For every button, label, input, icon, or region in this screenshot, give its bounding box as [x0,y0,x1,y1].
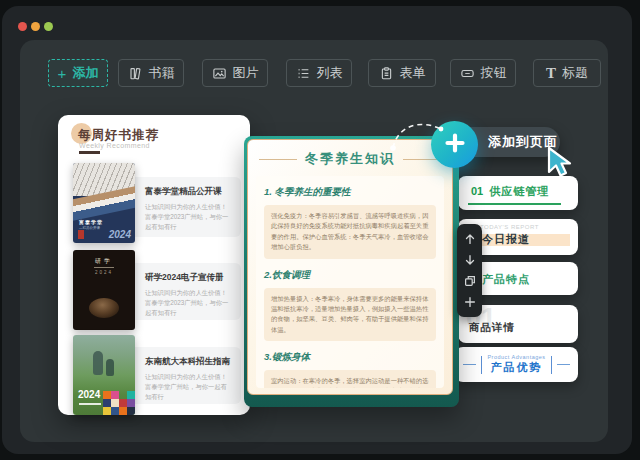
health-card-widget[interactable]: 冬季养生知识 1. 冬季养生的重要性 强化免疫力：冬季容易引发感冒、流感等呼吸道… [247,139,453,395]
form-icon [379,66,394,81]
book-cover: 富泰学堂 —精品公开课 2024 [73,163,135,243]
book-desc: 让知识回归为你的人生价值！富泰学堂2023广州站，与你一起有知有行 [145,202,233,231]
insert-button-button[interactable]: 按钮 [450,59,516,87]
button-icon [460,66,475,81]
book-panel-subtitle: Weekly Recommend [79,142,150,149]
book-desc: 让知识回归为你的人生价值！富泰学堂广州站，与你一起有知有行 [145,372,233,401]
dashed-arc-decoration [383,110,453,158]
insert-list-label: 列表 [317,64,343,82]
advantage-label: 产品优势 [487,360,545,375]
supply-number: 01 [471,185,483,197]
list-icon [296,66,311,81]
insert-image-button[interactable]: 图片 [202,59,268,87]
insert-form-button[interactable]: 表单 [368,59,436,87]
report-label: 今日报道 [482,232,530,247]
insert-title-label: 标题 [562,64,588,82]
zoom-window-button[interactable] [44,22,53,31]
supply-label: 供应链管理 [489,184,549,199]
section-heading: 1. 冬季养生的重要性 [264,186,436,199]
close-window-button[interactable] [18,22,27,31]
insert-books-button[interactable]: 书籍 [118,59,184,87]
book-cover: 研学 2024 [73,250,135,330]
health-card-body: 1. 冬季养生的重要性 强化免疫力：冬季容易引发感冒、流感等呼吸道疾病，因此保持… [256,176,444,388]
insert-books-label: 书籍 [149,64,175,82]
move-down-icon[interactable] [463,253,477,267]
add-element-icon[interactable] [463,295,477,309]
editor-canvas: + 添加 书籍 图片 [20,40,608,442]
seal-mark [78,230,84,239]
insert-button-label: 按钮 [481,64,507,82]
supply-chain-widget[interactable]: 01 供应链管理 [458,176,578,210]
report-caps: TODAY'S REPORT [480,224,539,230]
plus-icon: + [58,66,67,81]
product-advantage-widget[interactable]: Product Advantages 产品优势 [455,347,578,382]
title-underline [79,151,100,154]
move-up-icon[interactable] [463,232,477,246]
mosaic-decoration [103,391,135,415]
blue-dash-left [463,364,476,366]
minimize-window-button[interactable] [31,22,40,31]
bowl-photo [89,298,119,318]
element-tool-rail [457,224,482,317]
add-button[interactable]: + 添加 [48,59,108,87]
section-body: 强化免疫力：冬季容易引发感冒、流感等呼吸道疾病，因此保持良好的免疫系统功能对抵抗… [264,205,436,259]
cursor-icon [545,146,575,178]
green-underline [468,203,561,205]
image-icon [212,66,227,81]
insert-list-button[interactable]: 列表 [286,59,352,87]
book-title: 研学2024电子宣传册 [145,272,233,284]
detail-label: 商品详情 [469,321,515,335]
health-card-title: 冬季养生知识 [305,150,395,168]
section-body: 室内运动：在寒冷的冬季，选择室内运动是一种不错的选择，例如，可以进行室内健身操、… [264,370,436,388]
app-window: + 添加 书籍 图片 [2,6,632,454]
section-body: 增加热量摄入：冬季寒冷，身体需要更多的能量来保持体温和抵抗寒冷，适量增加热量摄入… [264,288,436,342]
book-desc: 让知识回归为你的人生价值！富泰学堂2023广州站，与你一起有知有行 [145,288,233,317]
title-icon: T [546,66,556,81]
book-title: 东南航大本科招生指南 [145,356,233,368]
blue-dash-right [557,364,570,366]
duplicate-icon[interactable] [463,274,477,288]
blue-bar-right [551,356,553,374]
feature-label: 产品特点 [482,272,530,287]
section-heading: 3.锻炼身体 [264,351,436,364]
insert-form-label: 表单 [400,64,426,82]
insert-image-label: 图片 [233,64,259,82]
weekly-books-widget[interactable]: 每周好书推荐 Weekly Recommend 富泰学堂精品公开课 让知识回归为… [58,115,250,415]
section-heading: 2.饮食调理 [264,269,436,282]
insert-title-button[interactable]: T 标题 [533,59,601,87]
book-cover: 2024 [73,335,135,415]
add-button-label: 添加 [72,64,98,82]
book-title: 富泰学堂精品公开课 [145,186,233,198]
title-rule-left [259,159,297,160]
books-icon [128,66,143,81]
blue-bar-left [481,356,483,374]
